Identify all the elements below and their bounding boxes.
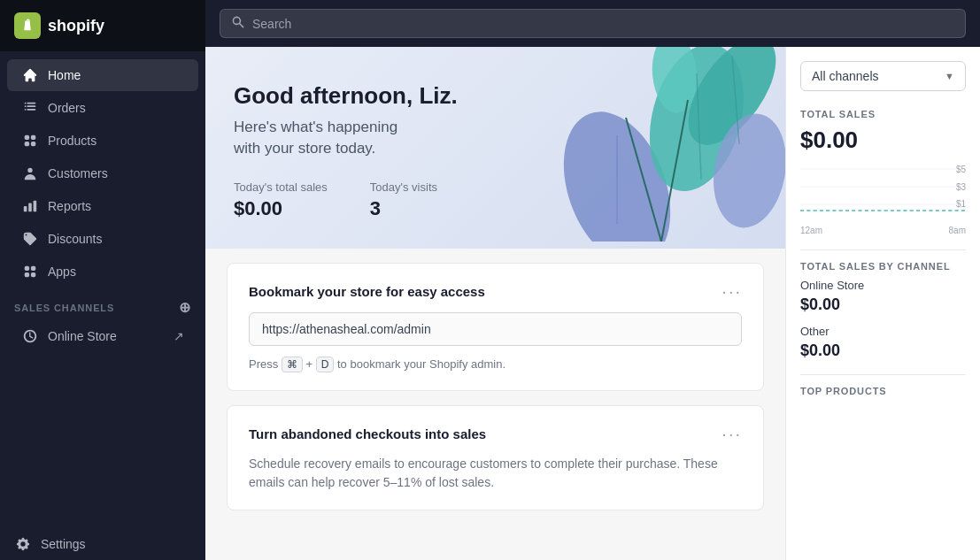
hero-text: Good afternoon, Liz. Here's what's happe… bbox=[234, 82, 458, 220]
search-bar[interactable] bbox=[220, 9, 966, 38]
sidebar-item-orders-label: Orders bbox=[48, 101, 86, 115]
search-input[interactable] bbox=[252, 17, 954, 31]
hero-illustration bbox=[502, 47, 785, 249]
customers-icon bbox=[21, 165, 39, 182]
bookmark-card: Bookmark your store for easy access ··· … bbox=[227, 263, 764, 391]
home-icon bbox=[21, 66, 39, 84]
sales-channels-label: SALES CHANNELS ⊕ bbox=[0, 288, 205, 319]
sidebar-item-home-label: Home bbox=[48, 68, 81, 82]
sidebar-item-products[interactable]: Products bbox=[7, 125, 198, 157]
channel-online-store: Online Store $0.00 bbox=[800, 279, 966, 314]
channel-other: Other $0.00 bbox=[800, 325, 966, 360]
content-area: Good afternoon, Liz. Here's what's happe… bbox=[205, 47, 980, 560]
cmd-key: ⌘ bbox=[282, 357, 303, 372]
external-link-icon[interactable]: ↗ bbox=[174, 329, 184, 343]
d-key: D bbox=[316, 357, 335, 372]
bookmark-card-header: Bookmark your store for easy access ··· bbox=[249, 281, 742, 302]
sidebar-item-online-store[interactable]: Online Store ↗ bbox=[7, 320, 198, 352]
shopify-logo-icon bbox=[14, 12, 41, 39]
online-store-label: Online Store bbox=[48, 329, 117, 343]
cards-area: Bookmark your store for easy access ··· … bbox=[205, 249, 785, 539]
main-area: Good afternoon, Liz. Here's what's happe… bbox=[205, 0, 980, 560]
right-panel: All channels ▼ TOTAL SALES $0.00 bbox=[785, 47, 980, 560]
channel-selector-label: All channels bbox=[812, 69, 879, 83]
sidebar-item-customers[interactable]: Customers bbox=[7, 157, 198, 189]
bookmark-hint: Press ⌘ + D to bookmark your Shopify adm… bbox=[249, 357, 742, 372]
add-sales-channel-icon[interactable]: ⊕ bbox=[179, 299, 191, 316]
settings-icon bbox=[14, 535, 32, 553]
settings-label: Settings bbox=[41, 537, 86, 551]
x-label-12am: 12am bbox=[800, 226, 822, 235]
hero-stat-sales: Today's total sales $0.00 bbox=[234, 180, 328, 220]
sidebar-item-home[interactable]: Home bbox=[7, 59, 198, 91]
sidebar-item-settings[interactable]: Settings bbox=[0, 528, 205, 560]
sidebar-navigation: Home Orders Products Customers bbox=[0, 51, 205, 528]
abandoned-card-menu[interactable]: ··· bbox=[721, 424, 742, 444]
sales-chart: $5 $3 $1 12am 8am bbox=[800, 165, 966, 235]
hero-subtitle: Here's what's happening with your store … bbox=[234, 117, 458, 159]
sales-chart-svg bbox=[800, 165, 966, 218]
abandoned-card-description: Schedule recovery emails to encourage cu… bbox=[249, 455, 742, 492]
panel-divider-2 bbox=[800, 374, 966, 375]
bookmark-card-menu[interactable]: ··· bbox=[721, 281, 742, 302]
sidebar-item-apps[interactable]: Apps bbox=[7, 256, 198, 288]
hero-banner: Good afternoon, Liz. Here's what's happe… bbox=[205, 47, 785, 249]
sidebar: shopify Home Orders Products bbox=[0, 0, 205, 560]
sidebar-item-discounts[interactable]: Discounts bbox=[7, 223, 198, 255]
top-products-section: TOP PRODUCTS bbox=[800, 386, 966, 396]
discounts-icon bbox=[21, 230, 39, 248]
sidebar-item-apps-label: Apps bbox=[48, 265, 76, 279]
abandoned-checkouts-card: Turn abandoned checkouts into sales ··· … bbox=[227, 405, 764, 510]
sidebar-logo: shopify bbox=[0, 0, 205, 51]
sidebar-item-customers-label: Customers bbox=[48, 166, 108, 180]
topbar bbox=[205, 0, 980, 47]
reports-icon bbox=[21, 197, 39, 215]
apps-icon bbox=[21, 263, 39, 280]
sidebar-item-discounts-label: Discounts bbox=[48, 232, 102, 246]
orders-icon bbox=[21, 99, 39, 117]
total-sales-value: $0.00 bbox=[800, 127, 966, 154]
sidebar-item-products-label: Products bbox=[48, 134, 96, 148]
store-url-display: https://athenasheal.com/admin bbox=[249, 312, 742, 346]
hero-stat-visits: Today's visits 3 bbox=[370, 180, 437, 220]
x-label-8am: 8am bbox=[949, 226, 966, 235]
channel-selector[interactable]: All channels ▼ bbox=[800, 61, 966, 91]
hero-stats: Today's total sales $0.00 Today's visits… bbox=[234, 180, 458, 220]
hero-greeting: Good afternoon, Liz. bbox=[234, 82, 458, 110]
main-content: Good afternoon, Liz. Here's what's happe… bbox=[205, 47, 785, 560]
search-icon bbox=[231, 15, 245, 32]
sidebar-item-reports-label: Reports bbox=[48, 199, 91, 213]
sidebar-item-orders[interactable]: Orders bbox=[7, 92, 198, 124]
shopify-wordmark: shopify bbox=[48, 17, 104, 35]
products-icon bbox=[21, 132, 39, 150]
sidebar-item-reports[interactable]: Reports bbox=[7, 190, 198, 222]
chevron-down-icon: ▼ bbox=[945, 71, 954, 81]
total-sales-section: TOTAL SALES $0.00 $5 $3 bbox=[800, 109, 966, 235]
svg-rect-0 bbox=[25, 22, 30, 30]
panel-divider-1 bbox=[800, 249, 966, 250]
abandoned-card-header: Turn abandoned checkouts into sales ··· bbox=[249, 424, 742, 444]
sales-by-channel-section: TOTAL SALES BY CHANNEL Online Store $0.0… bbox=[800, 261, 966, 360]
online-store-icon bbox=[21, 327, 39, 345]
